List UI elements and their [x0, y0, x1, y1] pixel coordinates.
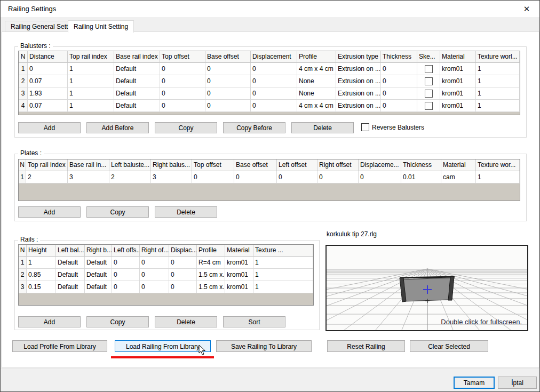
- column-header[interactable]: Left bal...: [56, 245, 85, 257]
- column-header[interactable]: Height: [27, 245, 56, 257]
- table-cell[interactable]: 1: [476, 75, 520, 87]
- load-profile-from-library-button[interactable]: Load Profile From Library: [12, 340, 107, 352]
- table-cell[interactable]: 4 cm x 4 cm: [297, 100, 336, 112]
- row-header[interactable]: 1: [19, 257, 27, 269]
- row-header[interactable]: 1: [19, 171, 26, 183]
- table-cell[interactable]: 1.93: [28, 87, 68, 100]
- column-header[interactable]: Left offs...: [112, 245, 140, 257]
- load-railing-from-library-button[interactable]: Load Railing From Library: [115, 340, 211, 352]
- column-header[interactable]: Displacement: [251, 51, 297, 63]
- save-railing-to-library-button[interactable]: Save Railing To Library: [216, 340, 312, 352]
- table-cell[interactable]: 0: [140, 269, 169, 281]
- cancel-button[interactable]: İptal: [498, 377, 537, 389]
- column-header[interactable]: Profile: [297, 51, 336, 63]
- column-header[interactable]: Material: [440, 51, 476, 63]
- table-cell[interactable]: 0: [160, 63, 205, 75]
- table-cell[interactable]: krom01: [225, 257, 253, 269]
- balusters-delete-button[interactable]: Delete: [291, 122, 354, 133]
- table-cell[interactable]: 0: [205, 75, 251, 87]
- table-cell[interactable]: 0.07: [28, 100, 68, 112]
- table-cell[interactable]: 0: [28, 63, 68, 75]
- table-cell[interactable]: Default: [114, 75, 160, 87]
- table-cell[interactable]: krom01: [440, 75, 476, 87]
- column-header[interactable]: N: [19, 51, 28, 63]
- sketch-checkbox[interactable]: [425, 102, 433, 110]
- column-header[interactable]: Top rail index: [68, 51, 114, 63]
- plates-delete-button[interactable]: Delete: [155, 206, 217, 218]
- column-header[interactable]: Texture worl...: [476, 51, 520, 63]
- table-cell[interactable]: 0: [251, 100, 297, 112]
- column-header[interactable]: Right b...: [85, 245, 112, 257]
- close-icon[interactable]: ✕: [518, 3, 535, 15]
- table-cell[interactable]: 1: [476, 63, 520, 75]
- column-header[interactable]: Right balus...: [151, 159, 192, 171]
- table-cell[interactable]: 3: [68, 171, 109, 183]
- table-cell[interactable]: Default: [114, 100, 160, 112]
- table-cell[interactable]: krom01: [440, 63, 476, 75]
- column-header[interactable]: N: [19, 245, 27, 257]
- table-cell[interactable]: 0: [140, 257, 169, 269]
- column-header[interactable]: Left baluste...: [109, 159, 151, 171]
- table-cell[interactable]: 0: [205, 100, 251, 112]
- column-header[interactable]: Base rail in...: [68, 159, 109, 171]
- sketch-checkbox[interactable]: [425, 77, 433, 85]
- balusters-add-button[interactable]: Add: [18, 122, 81, 133]
- table-cell[interactable]: 1.5 cm x...: [197, 281, 225, 293]
- table-cell[interactable]: krom01: [225, 281, 253, 293]
- row-header[interactable]: 2: [19, 75, 28, 87]
- table-cell[interactable]: 1: [476, 171, 520, 183]
- table-cell[interactable]: cam: [441, 171, 476, 183]
- plates-table[interactable]: NTop rail indexBase rail in...Left balus…: [18, 159, 520, 201]
- table-cell[interactable]: 0: [381, 87, 417, 100]
- table-cell[interactable]: 0: [381, 75, 417, 87]
- column-header[interactable]: Right of...: [140, 245, 169, 257]
- rails-table[interactable]: NHeightLeft bal...Right b...Left offs...…: [18, 244, 314, 306]
- table-cell[interactable]: 0: [381, 63, 417, 75]
- table-cell[interactable]: R=4 cm: [197, 257, 225, 269]
- row-header[interactable]: 4: [19, 100, 28, 112]
- column-header[interactable]: Thickness: [401, 159, 441, 171]
- table-cell[interactable]: 0: [169, 257, 197, 269]
- column-header[interactable]: Material: [441, 159, 476, 171]
- table-cell[interactable]: 1: [253, 281, 313, 293]
- reverse-balusters-checkbox[interactable]: Reverse Balusters: [361, 123, 424, 131]
- rails-sort-button[interactable]: Sort: [223, 316, 285, 327]
- plates-copy-button[interactable]: Copy: [86, 206, 149, 218]
- column-header[interactable]: Profile: [197, 245, 225, 257]
- table-cell[interactable]: 1: [476, 100, 520, 112]
- sketch-checkbox[interactable]: [425, 65, 433, 73]
- column-header[interactable]: N: [19, 159, 26, 171]
- table-cell[interactable]: 0: [192, 171, 234, 183]
- column-header[interactable]: Extrusion type: [336, 51, 381, 63]
- table-cell[interactable]: 0: [169, 269, 197, 281]
- column-header[interactable]: Ske...: [417, 51, 440, 63]
- column-header[interactable]: Right offset: [317, 159, 359, 171]
- table-cell[interactable]: krom01: [440, 100, 476, 112]
- table-cell[interactable]: Default: [56, 257, 85, 269]
- table-cell[interactable]: 1: [68, 75, 114, 87]
- table-cell[interactable]: 0: [112, 257, 140, 269]
- table-cell[interactable]: Default: [56, 281, 85, 293]
- table-cell[interactable]: 3: [151, 171, 192, 183]
- plates-add-button[interactable]: Add: [18, 206, 81, 218]
- table-cell[interactable]: krom01: [225, 269, 253, 281]
- table-cell[interactable]: 0: [277, 171, 317, 183]
- table-cell[interactable]: 2: [109, 171, 151, 183]
- table-cell[interactable]: 1: [253, 269, 313, 281]
- column-header[interactable]: Material: [225, 245, 253, 257]
- table-cell[interactable]: Default: [85, 269, 112, 281]
- table-cell[interactable]: 0.01: [401, 171, 441, 183]
- ok-button[interactable]: Tamam: [454, 377, 495, 389]
- column-header[interactable]: Distance: [28, 51, 68, 63]
- table-cell[interactable]: 0: [160, 75, 205, 87]
- column-header[interactable]: Left offset: [277, 159, 317, 171]
- table-cell[interactable]: 0: [140, 281, 169, 293]
- balusters-copy-before-button[interactable]: Copy Before: [223, 122, 285, 133]
- table-cell[interactable]: 1: [68, 87, 114, 100]
- table-cell[interactable]: 0: [205, 63, 251, 75]
- column-header[interactable]: Base offset: [234, 159, 277, 171]
- table-cell[interactable]: 1: [253, 257, 313, 269]
- clear-selected-button[interactable]: Clear Selected: [410, 340, 488, 352]
- table-cell[interactable]: 0: [112, 269, 140, 281]
- balusters-copy-button[interactable]: Copy: [155, 122, 217, 133]
